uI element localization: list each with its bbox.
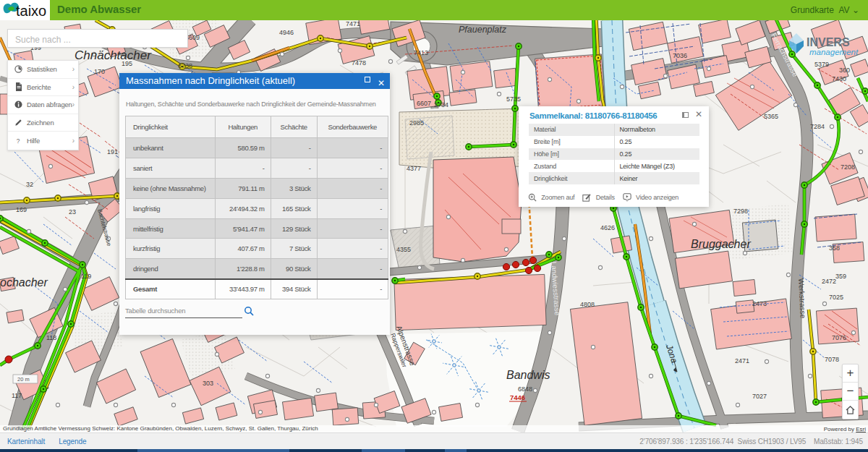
svg-text:5365: 5365 [764,113,778,120]
svg-text:?: ? [17,138,20,145]
svg-text:4946: 4946 [279,29,294,36]
svg-text:INVERS: INVERS [807,36,850,48]
svg-text:Pfauenplatz: Pfauenplatz [459,25,507,35]
svg-text:7478: 7478 [352,59,366,67]
svg-text:2734: 2734 [434,101,448,108]
svg-text:2472: 2472 [822,278,836,285]
svg-text:Bruggacher: Bruggacher [691,238,751,250]
svg-text:management: management [809,48,859,56]
svg-text:191: 191 [107,148,118,155]
svg-text:7430: 7430 [832,75,846,82]
svg-text:4808: 4808 [580,301,595,308]
svg-text:195: 195 [122,60,132,67]
svg-text:6738: 6738 [178,62,192,69]
svg-text:32: 32 [26,181,33,188]
svg-text:7027: 7027 [752,393,767,400]
svg-text:7025: 7025 [829,294,843,301]
svg-text:7471: 7471 [346,20,360,27]
svg-text:7298: 7298 [733,208,748,215]
svg-text:20 m: 20 m [17,376,30,383]
svg-text:5735: 5735 [506,95,521,103]
svg-text:7413: 7413 [414,49,428,56]
svg-text:7284: 7284 [810,123,825,130]
svg-text:118: 118 [46,334,56,341]
svg-text:303: 303 [203,380,213,387]
svg-text:2985: 2985 [409,119,424,127]
svg-text:5379: 5379 [814,61,829,68]
svg-text:7078: 7078 [825,356,839,363]
svg-text:7446: 7446 [510,393,525,401]
svg-text:358: 358 [829,244,840,252]
svg-text:4626: 4626 [600,224,615,231]
svg-text:119: 119 [81,273,91,280]
svg-text:360: 360 [839,67,850,74]
svg-text:7208: 7208 [841,163,855,171]
svg-text:169: 169 [16,206,27,213]
svg-text:7076: 7076 [832,334,846,341]
svg-text:117: 117 [12,392,22,399]
svg-text:ochacher: ochacher [0,276,48,289]
svg-text:Chnächtacher: Chnächtacher [75,48,152,62]
svg-text:2471: 2471 [735,357,749,364]
svg-text:23: 23 [69,208,76,216]
svg-text:taixo: taixo [16,3,46,19]
svg-text:170: 170 [94,68,105,75]
svg-text:6607: 6607 [417,100,431,107]
svg-text:Bandwis: Bandwis [506,369,550,381]
svg-text:7036: 7036 [673,52,687,59]
svg-text:6848: 6848 [518,385,532,393]
svg-text:2473: 2473 [752,300,767,307]
svg-text:4355: 4355 [396,246,411,253]
svg-text:359: 359 [835,273,846,280]
svg-text:4377: 4377 [407,165,421,172]
